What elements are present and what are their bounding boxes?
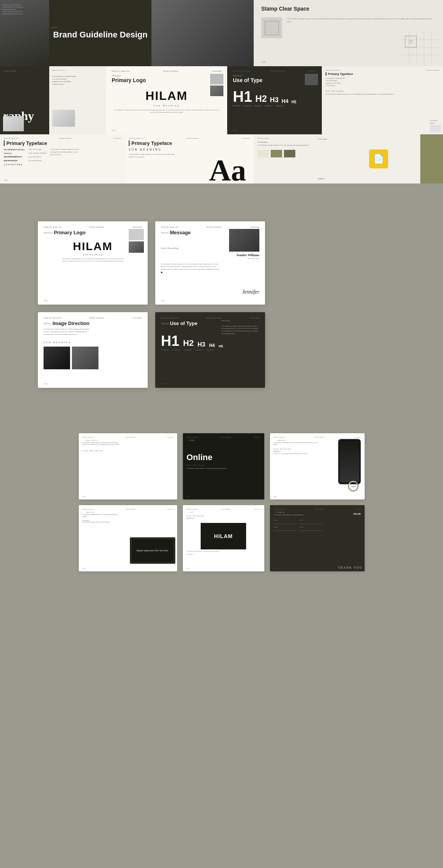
- r2-type-image: [305, 74, 318, 85]
- msg-photo-inner: [229, 229, 259, 252]
- laptop-text: Digital Application Title Text Here: [137, 549, 168, 552]
- card-hilam-display: HILAM: [201, 523, 246, 549]
- r3-tf2-madeby: Made By Spark Pro: [129, 137, 144, 139]
- row1-banner: dummy text of the printing andtypesettin…: [0, 0, 443, 66]
- imgdir-photo2: [72, 347, 98, 369]
- pl-topbar: Made By Spark Pro Brand Guideline • Awes…: [44, 226, 142, 228]
- r2-logo-year: 2030: [112, 129, 115, 131]
- app2-minimal: Application: [83, 511, 95, 513]
- r2-raphy-cell: Brand Guideline raphy: [0, 66, 49, 134]
- ut-headings: H1 H2 H3 H4 H5: [161, 334, 259, 348]
- r3-color-subheading: Sub Heading: [257, 141, 310, 143]
- mid-section: Made By Spark Pro Brand Guideline • Awes…: [0, 206, 443, 403]
- r3-letters3: abcdefghijklmno: [4, 155, 25, 159]
- r2-tp-madeby: Made By Spark Pro: [326, 69, 341, 71]
- r2-logo-minimal: Minimal: [112, 74, 222, 77]
- small-imgdir-body: Lorem Ipsum is simply dummy text of the …: [83, 442, 120, 446]
- msg-signature: Jennifer: [242, 289, 259, 295]
- contact-fields: Phone Email Website Address: [274, 519, 361, 531]
- bottom-row1: Made By Spark Pro Brand Guideline • Awes…: [11, 433, 432, 499]
- card-topbar: Made By Spark Pro Brand Guideline • Awes…: [187, 508, 260, 510]
- r3-weight-semibold: Semi-bold, Bold: [28, 156, 47, 159]
- card-subheading: SUB HEADING: [187, 515, 260, 517]
- online-year: 2030: [187, 496, 190, 498]
- phone-screen: [340, 441, 359, 482]
- r2-tp-body: Lorem Ipsum is simply dummytext of the p…: [326, 77, 439, 87]
- ut-minimal: Minimal: [161, 322, 169, 325]
- r2-tp-sub-body: Lorem Ipsum is simply dummy text of the …: [326, 93, 439, 96]
- r3-tf1-brand: Brand Guideline: [59, 137, 72, 139]
- r3-aa-display: Aa: [209, 155, 246, 184]
- r3-letters2: tuvwxyz: [4, 152, 25, 156]
- small-imgdir-label: Image Direction: [83, 439, 173, 441]
- r2-type-topbar: Made By Spark Pro Brand Guideline • Awes…: [233, 70, 316, 72]
- r3-hex-value: E3E1E5: [318, 178, 324, 180]
- contact-label-row: Contact Us: [274, 511, 361, 513]
- r2-type-awesome: • Awesome: [306, 70, 316, 72]
- imgdir-title: Image Direction: [53, 320, 90, 326]
- minimal-label: minimal: [49, 26, 58, 28]
- msg-body: Lorem Ipsum is simply dummy text of the …: [161, 263, 222, 271]
- imgdir-photo1: [44, 347, 70, 369]
- color-name-label: Color Name: [430, 120, 441, 121]
- r3-tf2-subheading: SUB HEADING: [129, 148, 250, 151]
- msg-minimal: Minimal: [161, 232, 169, 234]
- r2-type-year: 2030: [233, 129, 237, 131]
- primary-logo-card: Made By Spark Pro Brand Guideline • Awes…: [38, 221, 148, 305]
- r1-stamp-cell: Minimal Stamp Clear Space Lorem Ipsum is…: [254, 0, 443, 66]
- ut-madeby: Made By Spark Pro: [161, 317, 179, 319]
- application-mobile-card: Made By Spark Pro Brand Guideline • Awes…: [270, 433, 365, 499]
- r3-weight-thin: Thin, Extra Light: [28, 148, 47, 151]
- r2-logo-subheading: Sub Heading: [112, 104, 222, 107]
- imgdir-label-row: Minimal Image Direction: [44, 320, 142, 326]
- r2-typeface-partial: Made By Spark Pro Brand Guideline Primar…: [322, 66, 443, 134]
- bottom-section: Made By Spark Pro Brand Guideline • Awes…: [0, 433, 443, 586]
- contact-awesome: • Awesome: [354, 508, 361, 510]
- small-imgdir-brand: Brand Guideline: [125, 436, 136, 438]
- r3-color-swatches: [257, 150, 310, 157]
- row2-typography: Brand Guideline raphy Brand Guideline Lo…: [0, 66, 443, 134]
- r2-tp-title: Primary Typeface: [326, 72, 439, 76]
- r2-h5: H5: [292, 100, 296, 104]
- pl-body: Lorem Ipsum is simply dummy text of the …: [59, 258, 127, 262]
- r2-h4: H4: [282, 98, 289, 104]
- card-hilam-title: HILAM: [214, 533, 232, 539]
- ut-awesome: • Awesome: [249, 317, 259, 319]
- ut-size3: Font Size 35: [184, 349, 191, 351]
- imgdir-minimal: Minimal: [44, 322, 51, 325]
- r2-size-labels: Font Size 83 Font Size 46 Font Size 35 F…: [233, 105, 316, 107]
- online-card: Made By Spark Pro Brand Guideline • Awes…: [183, 433, 264, 499]
- pl-minimal: Minimal: [44, 231, 53, 234]
- r2-logo-madeby: Made By Spark Pro: [112, 70, 130, 72]
- application-laptop-card: Made By Spark Pro Brand Guideline • Awes…: [79, 505, 177, 571]
- ut-size1: Font Size 83: [161, 349, 168, 351]
- photo-dark: [151, 0, 254, 66]
- ut-h2: H2: [183, 338, 194, 348]
- ut-h5: H5: [219, 344, 223, 348]
- online-minimal: Online: [187, 439, 195, 441]
- use-of-type-card: Made By Spark Pro Brand Guideline • Awes…: [155, 312, 265, 388]
- imgdir-brand: Brand Guideline: [89, 317, 104, 319]
- online-sub-body: Lorem Ipsum is simply dummy text of the …: [187, 468, 260, 470]
- r2-tp-brand: Brand Guideline: [427, 69, 439, 71]
- contact-email-field: Email: [299, 519, 322, 524]
- contact-address-value: [299, 528, 322, 531]
- r2-small-image: [52, 110, 75, 127]
- msg-topbar: Made By Spark Pro Brand Guideline • Awes…: [161, 226, 259, 228]
- stamp-pattern: [265, 21, 279, 35]
- app-minimal: Application: [274, 439, 286, 441]
- msg-photo: [229, 229, 259, 252]
- r3-tf1-awesome: • Awesome: [113, 137, 121, 139]
- small-landscape-image: [3, 116, 24, 131]
- r3-tf2-topbar: Made By Spark Pro Brand Guideline • Awes…: [129, 137, 250, 139]
- r2-tp-topbar: Made By Spark Pro Brand Guideline: [326, 69, 439, 71]
- r2-headings-row: H1 H2 H3 H4 H5: [233, 89, 316, 104]
- ut-h3: H3: [198, 341, 205, 348]
- msg-awesome: • Awesome: [249, 226, 259, 228]
- stamp-minimal-label: Minimal: [261, 6, 270, 9]
- msg-dot: [161, 272, 162, 273]
- app2-body: Lorem Ipsum is simply dummy text of the …: [83, 514, 120, 518]
- contact-thank-you: THANK YOU: [338, 566, 362, 569]
- msg-person-title: Your Title Here: [248, 258, 259, 260]
- card-brand: Brand Guideline: [221, 508, 231, 510]
